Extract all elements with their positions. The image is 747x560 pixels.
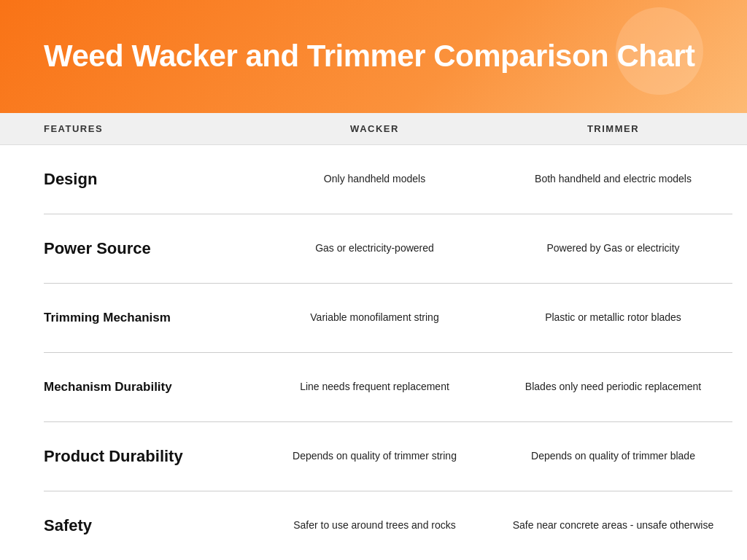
col-features: FEATURES <box>44 123 255 134</box>
wacker-cell: Variable monofilament string <box>255 311 494 325</box>
col-trimmer: TRIMMER <box>494 123 732 134</box>
wacker-cell: Only handheld models <box>255 172 494 187</box>
feature-cell: Mechanism Durability <box>44 380 255 394</box>
wacker-cell: Safer to use around trees and rocks <box>255 518 494 533</box>
feature-cell: Product Durability <box>44 447 255 466</box>
col-wacker: WACKER <box>255 123 494 134</box>
trimmer-cell: Plastic or metallic rotor blades <box>494 311 732 325</box>
table-body: Design Only handheld models Both handhel… <box>0 145 747 560</box>
table-row: Trimming Mechanism Variable monofilament… <box>44 284 732 353</box>
trimmer-cell: Depends on quality of trimmer blade <box>494 449 732 464</box>
column-headers: FEATURES WACKER TRIMMER <box>0 113 747 145</box>
trimmer-cell: Powered by Gas or electricity <box>494 241 732 256</box>
trimmer-cell: Blades only need periodic replacement <box>494 380 732 394</box>
wacker-cell: Depends on quality of trimmer string <box>255 449 494 464</box>
header: Weed Wacker and Trimmer Comparison Chart <box>0 0 747 113</box>
table-row: Power Source Gas or electricity-powered … <box>44 214 732 284</box>
wacker-cell: Gas or electricity-powered <box>255 241 494 256</box>
table-row: Safety Safer to use around trees and roc… <box>44 491 732 560</box>
table-row: Design Only handheld models Both handhel… <box>44 145 732 214</box>
page-wrapper: Weed Wacker and Trimmer Comparison Chart… <box>0 0 747 560</box>
feature-cell: Safety <box>44 516 255 535</box>
page-title: Weed Wacker and Trimmer Comparison Chart <box>44 38 695 74</box>
trimmer-cell: Safe near concrete areas - unsafe otherw… <box>494 518 732 533</box>
feature-cell: Design <box>44 170 255 189</box>
wacker-cell: Line needs frequent replacement <box>255 380 494 394</box>
feature-cell: Power Source <box>44 239 255 258</box>
table-row: Product Durability Depends on quality of… <box>44 422 732 491</box>
table-row: Mechanism Durability Line needs frequent… <box>44 353 732 422</box>
feature-cell: Trimming Mechanism <box>44 311 255 325</box>
trimmer-cell: Both handheld and electric models <box>494 172 732 187</box>
